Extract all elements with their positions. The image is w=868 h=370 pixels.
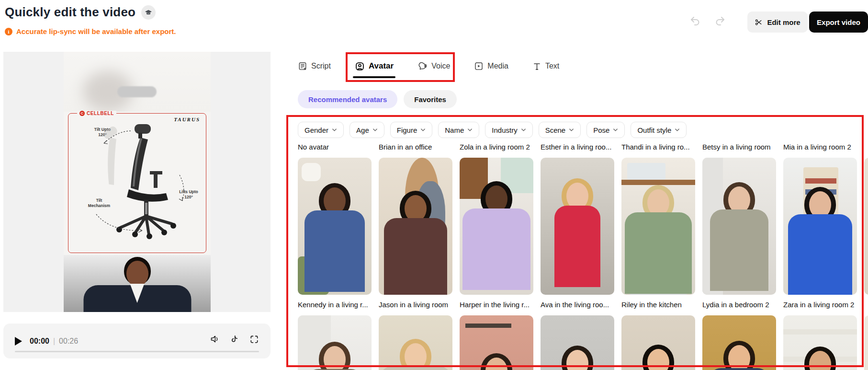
redo-icon[interactable] xyxy=(714,15,726,27)
avatar-label: Lydia in a bedroom 2 xyxy=(702,301,784,311)
avatar-card[interactable] xyxy=(864,158,868,295)
avatar-cell: Riley in the kitchen xyxy=(621,301,695,370)
avatar-figure xyxy=(298,158,372,295)
filter-industry[interactable]: Industry xyxy=(485,122,532,138)
fullscreen-icon[interactable] xyxy=(249,335,259,344)
edit-more-button[interactable]: Edit more xyxy=(747,12,808,33)
figure-torso xyxy=(709,368,770,370)
tab-script-label: Script xyxy=(311,62,331,70)
avatar-figure xyxy=(379,315,452,370)
time-display: 00:00 | 00:26 xyxy=(30,337,78,346)
avatar-figure xyxy=(783,158,857,295)
time-divider: | xyxy=(53,337,55,346)
chair-illustration xyxy=(68,114,205,251)
avatar-card[interactable] xyxy=(460,315,533,370)
avatar-card[interactable] xyxy=(621,158,695,295)
tab-script[interactable]: Script xyxy=(298,61,331,71)
page: Quickly edit the video i Accurate lip-sy… xyxy=(0,0,868,370)
filter-age[interactable]: Age xyxy=(349,122,384,138)
avatar-card[interactable] xyxy=(541,158,614,295)
avatar-card[interactable] xyxy=(298,315,372,370)
player-bar: 00:00 | 00:26 xyxy=(3,324,271,358)
avatar-cell xyxy=(864,301,868,370)
total-time: 00:26 xyxy=(59,337,78,346)
figure-torso xyxy=(462,208,530,290)
subtab-recommended-avatars[interactable]: Recommended avatars xyxy=(298,90,397,108)
avatar-cell: Kennedy in a living r... xyxy=(298,301,372,370)
scissors-icon xyxy=(755,18,763,26)
chevron-down-icon xyxy=(675,128,680,132)
voice-icon xyxy=(417,61,428,71)
lipsync-notice-text: Accurate lip-sync will be available afte… xyxy=(16,27,176,35)
current-time: 00:00 xyxy=(30,337,49,346)
play-button[interactable] xyxy=(15,337,22,346)
avatar-cell: No avatar xyxy=(298,143,372,295)
avatar-card[interactable] xyxy=(702,158,776,295)
avatar-cell: Esther in a living roo... xyxy=(541,143,614,295)
tiktok-icon[interactable] xyxy=(230,334,239,344)
avatar-card[interactable] xyxy=(460,158,533,295)
avatar-cell: Thandi in a living ro... xyxy=(621,143,695,295)
export-video-button[interactable]: Export video xyxy=(809,12,868,33)
presenter-avatar-strip xyxy=(64,255,211,312)
volume-icon[interactable] xyxy=(210,334,220,344)
edit-more-label: Edit more xyxy=(767,18,800,26)
avatar-figure xyxy=(783,315,857,370)
avatar-card[interactable] xyxy=(864,315,868,370)
filter-figure[interactable]: Figure xyxy=(390,122,433,138)
filter-name[interactable]: Name xyxy=(438,122,479,138)
avatar-card[interactable] xyxy=(702,315,776,370)
avatar-label: Mia in a living room 2 xyxy=(783,143,865,153)
avatar-subtabs: Recommended avatars Favorites xyxy=(298,90,457,108)
chevron-down-icon xyxy=(372,128,378,132)
tab-text[interactable]: Text xyxy=(532,62,559,71)
tab-voice[interactable]: Voice xyxy=(417,61,450,71)
avatar-row-2: Kennedy in a living r...Jason in a livin… xyxy=(298,301,868,370)
filter-pose[interactable]: Pose xyxy=(586,122,625,138)
presenter-face xyxy=(126,261,148,287)
filter-label: Age xyxy=(356,126,369,134)
graduation-cap-icon xyxy=(145,9,152,16)
avatar-cell: Betsy in a living room xyxy=(702,143,776,295)
filter-scene[interactable]: Scene xyxy=(539,122,581,138)
seek-bar[interactable] xyxy=(15,351,259,352)
header: Quickly edit the video xyxy=(5,5,156,20)
chair-ad-section: C CELLBELL TAURUS Tilt Upto120° Lifts Up… xyxy=(64,112,211,255)
figure-torso xyxy=(380,366,451,370)
avatar-card[interactable] xyxy=(541,315,614,370)
avatar-card[interactable] xyxy=(621,315,695,370)
text-icon xyxy=(532,62,541,71)
info-icon: i xyxy=(5,28,12,35)
chevron-down-icon xyxy=(332,128,337,132)
tab-media[interactable]: Media xyxy=(474,61,508,71)
script-icon xyxy=(298,61,307,71)
avatar-card[interactable] xyxy=(298,158,372,295)
undo-icon[interactable] xyxy=(689,15,701,27)
chevron-down-icon xyxy=(613,128,618,132)
chevron-down-icon xyxy=(569,128,574,132)
avatar-card[interactable] xyxy=(783,158,857,295)
filter-label: Gender xyxy=(304,126,328,134)
avatar-cell: Brian in an office xyxy=(379,143,452,295)
avatar-cell: Zola in a living room 2 xyxy=(460,143,533,295)
filter-gender[interactable]: Gender xyxy=(298,122,344,138)
avatar-label: Kennedy in a living r... xyxy=(298,301,379,311)
subtab-favorites[interactable]: Favorites xyxy=(404,90,457,108)
avatar-figure xyxy=(621,158,695,295)
avatar-cell xyxy=(864,143,868,295)
history-controls xyxy=(689,15,726,27)
avatar-card[interactable] xyxy=(379,315,452,370)
video-preview[interactable]: C CELLBELL TAURUS Tilt Upto120° Lifts Up… xyxy=(64,52,211,312)
tab-avatar-label: Avatar xyxy=(369,61,394,71)
filter-outfit-style[interactable]: Outfit style xyxy=(631,122,687,138)
tab-avatar[interactable]: Avatar xyxy=(355,61,394,71)
tutorial-button[interactable] xyxy=(141,5,156,20)
avatar-cell: Jason in a living room xyxy=(379,301,452,370)
avatar-figure xyxy=(702,315,776,370)
page-title: Quickly edit the video xyxy=(5,5,135,20)
avatar-label: Harper in the living r... xyxy=(460,301,541,311)
avatar-card[interactable] xyxy=(379,158,452,295)
figure-torso xyxy=(625,212,692,294)
avatar-card[interactable] xyxy=(783,315,857,370)
chevron-down-icon xyxy=(467,128,473,132)
